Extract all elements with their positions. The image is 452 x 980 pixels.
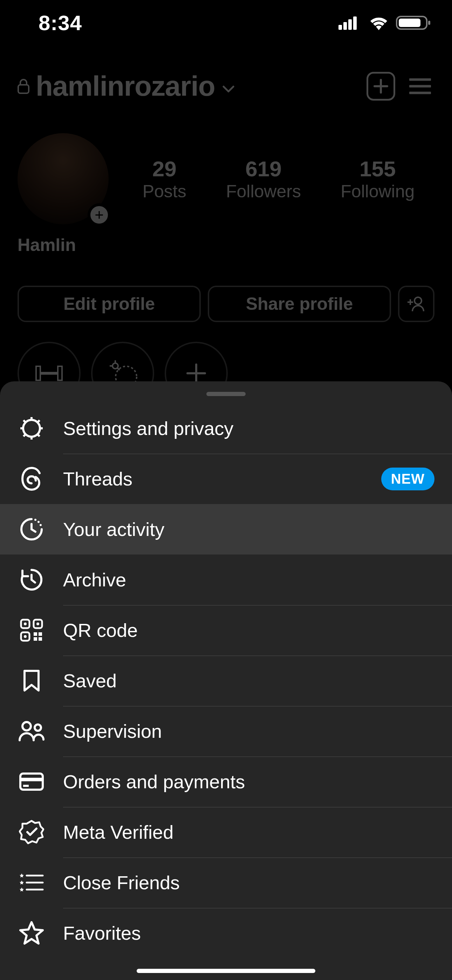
svg-point-22 (24, 622, 27, 625)
menu-item-meta-verified[interactable]: Meta Verified (0, 807, 452, 858)
activity-icon (18, 515, 46, 543)
svg-point-15 (28, 425, 35, 432)
menu-item-label: Your activity (63, 519, 164, 540)
home-indicator[interactable] (137, 969, 315, 973)
svg-rect-9 (36, 366, 40, 380)
menu-item-favorites[interactable]: Favorites (0, 908, 452, 958)
svg-point-29 (22, 722, 31, 730)
star-icon (18, 919, 46, 947)
chevron-down-icon (221, 82, 236, 96)
svg-rect-32 (20, 778, 43, 781)
following-stat[interactable]: 155 Following (341, 156, 414, 202)
sheet-grabber[interactable] (206, 392, 246, 396)
share-profile-button[interactable]: Share profile (208, 286, 391, 322)
archive-icon (18, 566, 46, 594)
menu-item-threads[interactable]: Threads NEW (0, 453, 452, 504)
menu-item-qr[interactable]: QR code (0, 605, 452, 655)
svg-point-8 (414, 297, 422, 304)
menu-button[interactable] (406, 72, 434, 100)
username-switcher[interactable]: hamlinrozario (36, 70, 215, 102)
menu-item-archive[interactable]: Archive (0, 555, 452, 605)
svg-rect-28 (38, 637, 42, 641)
followers-label: Followers (226, 181, 301, 202)
menu-item-label: Archive (63, 569, 126, 590)
menu-item-supervision[interactable]: Supervision (0, 706, 452, 756)
svg-point-24 (24, 635, 27, 638)
svg-rect-11 (40, 372, 58, 375)
create-button[interactable] (366, 72, 395, 100)
followers-stat[interactable]: 619 Followers (226, 156, 301, 202)
followers-count: 619 (226, 156, 301, 181)
menu-item-settings[interactable]: Settings and privacy (0, 403, 452, 453)
menu-item-label: QR code (63, 619, 138, 641)
menu-item-close-friends[interactable]: Close Friends (0, 858, 452, 908)
svg-rect-10 (58, 366, 62, 380)
svg-rect-31 (20, 773, 43, 790)
following-label: Following (341, 181, 414, 202)
profile-actions: Edit profile Share profile (18, 286, 434, 322)
posts-label: Posts (143, 181, 186, 202)
menu-item-orders[interactable]: Orders and payments (0, 756, 452, 807)
svg-rect-7 (18, 85, 29, 93)
bookmark-icon (18, 667, 46, 695)
edit-profile-button[interactable]: Edit profile (18, 286, 201, 322)
menu-item-label: Orders and payments (63, 771, 245, 792)
following-count: 155 (341, 156, 414, 181)
verified-icon (18, 818, 46, 846)
menu-item-label: Supervision (63, 720, 162, 742)
hamburger-icon (409, 78, 431, 95)
add-person-icon (407, 295, 425, 313)
svg-point-13 (113, 363, 118, 369)
menu-item-label: Close Friends (63, 872, 180, 893)
menu-list: Settings and privacy Threads NEW Your ac… (0, 403, 452, 958)
svg-rect-27 (33, 637, 37, 641)
svg-point-18 (40, 524, 42, 526)
svg-rect-26 (38, 632, 42, 636)
menu-item-label: Settings and privacy (63, 417, 233, 439)
menu-item-your-activity[interactable]: Your activity (0, 504, 452, 555)
profile-header: hamlinrozario (0, 70, 452, 102)
posts-count: 29 (143, 156, 186, 181)
discover-people-button[interactable] (398, 286, 434, 322)
dumbbell-icon (33, 363, 65, 384)
svg-rect-25 (33, 632, 37, 636)
menu-item-label: Threads (63, 468, 132, 490)
gear-icon (18, 414, 46, 442)
avatar[interactable]: + (18, 133, 108, 224)
add-story-plus-icon[interactable]: + (88, 203, 111, 226)
posts-stat[interactable]: 29 Posts (143, 156, 186, 202)
profile-stats: + 29 Posts 619 Followers 155 Following (0, 133, 452, 224)
menu-item-label: Saved (63, 670, 117, 692)
close-friends-icon (18, 869, 46, 897)
svg-point-23 (37, 622, 39, 625)
supervision-icon (18, 717, 46, 745)
svg-point-30 (35, 724, 41, 731)
qr-icon (18, 616, 46, 644)
svg-rect-33 (23, 785, 29, 787)
menu-item-saved[interactable]: Saved (0, 655, 452, 706)
menu-item-label: Meta Verified (63, 821, 173, 843)
new-badge: NEW (381, 468, 434, 490)
threads-icon (18, 465, 46, 493)
svg-point-17 (38, 521, 40, 523)
svg-point-16 (34, 519, 37, 521)
lock-icon (18, 78, 29, 94)
menu-sheet: Settings and privacy Threads NEW Your ac… (0, 381, 452, 980)
card-icon (18, 768, 46, 795)
menu-item-label: Favorites (63, 922, 141, 944)
plus-icon (373, 78, 388, 94)
display-name: Hamlin (18, 235, 76, 255)
